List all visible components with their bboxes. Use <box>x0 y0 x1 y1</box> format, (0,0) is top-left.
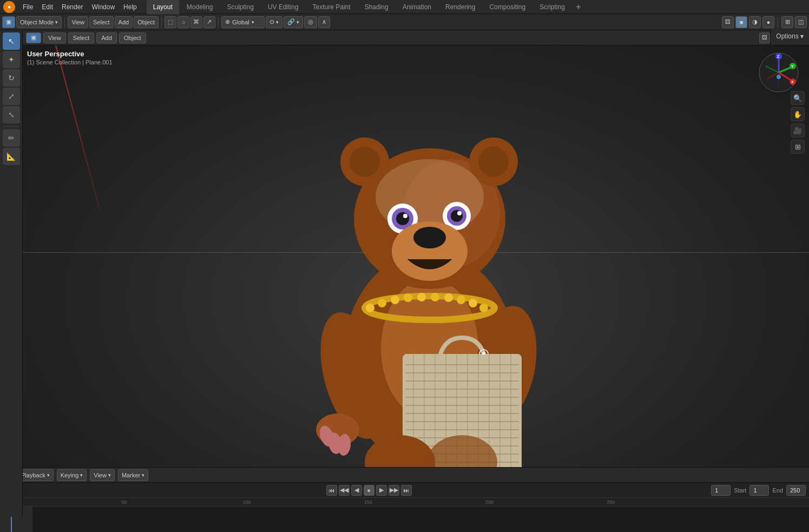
tool-move-btn[interactable]: ✦ <box>3 51 20 68</box>
grid-btn[interactable]: ⊞ <box>791 140 805 154</box>
cursor-icon: ↖ <box>8 37 15 45</box>
main-viewport[interactable]: User Perspective (1) Scene Collection | … <box>23 45 809 467</box>
navigation-gizmo[interactable]: Z Y X <box>757 51 800 94</box>
tool-measure-btn[interactable]: 📐 <box>3 148 20 165</box>
chevron-keying: ▾ <box>80 472 83 478</box>
orientation-icon: ⊕ <box>225 18 230 25</box>
ruler-250: 250 <box>607 500 615 505</box>
tool-cursor[interactable]: ↖ <box>3 32 20 50</box>
menu-help[interactable]: Help <box>119 2 141 12</box>
menu-file[interactable]: File <box>18 2 37 12</box>
svg-point-5 <box>350 147 380 177</box>
svg-point-26 <box>444 293 453 302</box>
play-btn[interactable]: ▶ <box>376 485 387 496</box>
marker-menu[interactable]: Marker ▾ <box>118 469 148 481</box>
tab-scripting[interactable]: Scripting <box>533 0 571 14</box>
viewport-view-menu[interactable]: View <box>43 32 66 43</box>
view-menu[interactable]: View <box>68 16 88 28</box>
viewport-title: User Perspective <box>27 50 113 58</box>
separator-4 <box>778 17 778 28</box>
ruler-150: 150 <box>364 500 372 505</box>
tool-select-circle[interactable]: ○ <box>177 16 189 28</box>
grid-icon: ⊞ <box>795 143 801 151</box>
camera-view-btn[interactable]: 🎥 <box>791 123 805 137</box>
svg-text:X: X <box>791 80 794 84</box>
svg-point-11 <box>396 212 409 225</box>
end-frame-display[interactable]: 250 <box>786 485 806 496</box>
tool-tweak[interactable]: ↗ <box>203 16 215 28</box>
svg-point-21 <box>378 299 386 307</box>
separator-3 <box>218 17 219 28</box>
tab-shading[interactable]: Shading <box>358 0 395 14</box>
tool-transform-btn[interactable]: ⤡ <box>3 106 20 123</box>
pivot-point-btn[interactable]: ⊙ ▾ <box>266 16 282 28</box>
tab-compositing[interactable]: Compositing <box>483 0 532 14</box>
menu-render[interactable]: Render <box>57 2 87 12</box>
proportional-edit-btn[interactable]: ◎ <box>304 16 317 28</box>
keying-menu[interactable]: Keying ▾ <box>57 469 87 481</box>
menu-window[interactable]: Window <box>87 2 119 12</box>
chevron-view: ▾ <box>108 472 111 478</box>
ruler-200: 200 <box>485 500 494 505</box>
options-button[interactable]: Options ▾ <box>770 28 809 44</box>
timeline-scrub-area[interactable]: 0 50 100 150 200 250 <box>0 498 809 532</box>
tool-lasso[interactable]: ⌘ <box>190 16 202 28</box>
add-menu[interactable]: Add <box>115 16 133 28</box>
start-frame-display[interactable]: 1 <box>749 485 769 496</box>
vp-wire-btn[interactable]: ⚄ <box>759 32 770 43</box>
zoom-in-btn[interactable]: 🔍 <box>791 91 805 105</box>
tab-sculpting[interactable]: Sculpting <box>221 0 260 14</box>
select-menu[interactable]: Select <box>89 16 114 28</box>
viewport-shading-rendered[interactable]: ● <box>762 16 774 28</box>
stop-btn[interactable]: ● <box>364 485 374 496</box>
viewport-object-menu[interactable]: Object <box>119 32 146 43</box>
view-timeline-menu[interactable]: View ▾ <box>90 469 115 481</box>
tool-rotate-btn[interactable]: ↻ <box>3 69 20 87</box>
end-label: End <box>772 487 783 494</box>
viewport-shading-material[interactable]: ◑ <box>749 16 761 28</box>
proportional-falloff-btn[interactable]: ∧ <box>318 16 330 28</box>
overlay-toggle[interactable]: ⊞ <box>781 16 793 28</box>
viewport-add-menu[interactable]: Add <box>96 32 117 43</box>
tool-scale-btn[interactable]: ⤢ <box>3 88 20 105</box>
step-forward-btn[interactable]: ▶▶ <box>389 485 399 496</box>
falloff-icon: ∧ <box>322 18 326 25</box>
tab-layout[interactable]: Layout <box>147 0 179 14</box>
viewport-shading-icon[interactable]: ▣ <box>2 16 15 28</box>
jump-to-end-btn[interactable]: ⏭ <box>401 485 412 496</box>
tab-modeling[interactable]: Modeling <box>180 0 220 14</box>
tool-select-box[interactable]: ⬚ <box>165 16 176 28</box>
object-mode-dropdown[interactable]: Object Mode ▾ <box>16 16 62 28</box>
tab-texture-paint[interactable]: Texture Paint <box>306 0 357 14</box>
pan-btn[interactable]: ✋ <box>791 107 805 121</box>
xray-toggle[interactable]: ◫ <box>795 16 807 28</box>
play-reverse-btn[interactable]: ◀ <box>351 485 362 496</box>
move-icon: ✦ <box>8 55 15 64</box>
tool-annotate-btn[interactable]: ✏ <box>3 129 20 147</box>
object-menu[interactable]: Object <box>134 16 159 28</box>
svg-point-7 <box>478 147 509 177</box>
viewport-select-menu[interactable]: Select <box>68 32 95 43</box>
step-back-btn[interactable]: ◀◀ <box>339 485 350 496</box>
tab-uv-editing[interactable]: UV Editing <box>261 0 305 14</box>
svg-point-23 <box>404 293 412 302</box>
viewport-mode-icon[interactable]: ▣ <box>26 32 41 43</box>
svg-point-28 <box>469 299 477 307</box>
transform-orientation-dropdown[interactable]: ⊕ Global ▾ <box>221 16 265 28</box>
add-workspace-button[interactable]: + <box>573 1 584 13</box>
ruler-100: 100 <box>243 500 251 505</box>
menu-edit[interactable]: Edit <box>37 2 57 12</box>
measure-icon: 📐 <box>6 152 16 161</box>
viewport-shading-solid[interactable]: ■ <box>735 16 747 28</box>
tab-rendering[interactable]: Rendering <box>439 0 482 14</box>
current-frame-display[interactable]: 1 <box>711 485 731 496</box>
camera-icon: 🎥 <box>793 127 802 135</box>
tab-animation[interactable]: Animation <box>396 0 438 14</box>
svg-point-29 <box>479 304 488 312</box>
jump-to-start-btn[interactable]: ⏮ <box>326 485 337 496</box>
viewport-shading-wire[interactable]: ⚄ <box>722 16 734 28</box>
chevron-icon-3: ▾ <box>276 19 279 25</box>
snap-menu-icon: ▾ <box>297 19 299 25</box>
blender-logo: Blender ● <box>3 1 15 13</box>
snap-btn[interactable]: 🔗 ▾ <box>284 16 303 28</box>
